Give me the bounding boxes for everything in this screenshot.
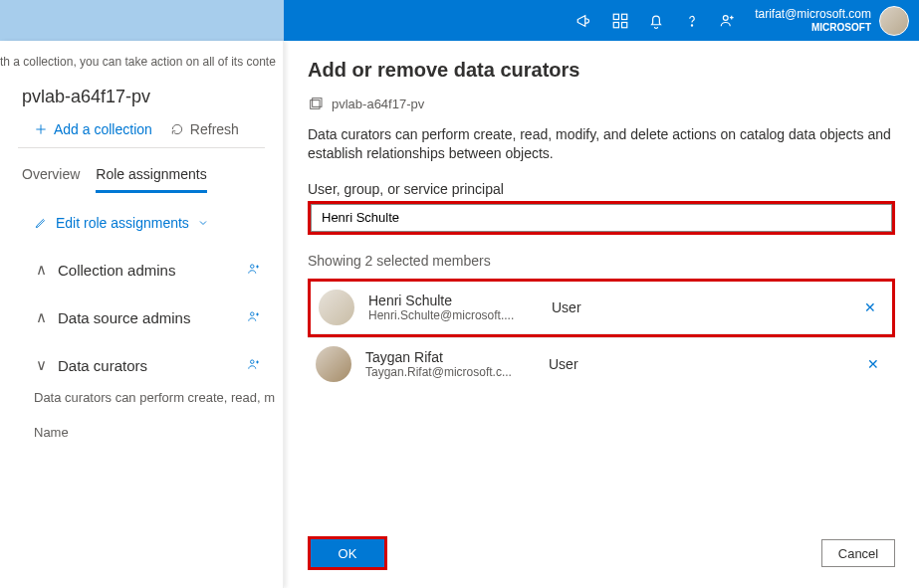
tab-role-assignments[interactable]: Role assignments bbox=[96, 166, 206, 193]
chevron-down-icon: ∨ bbox=[34, 356, 48, 374]
principal-search-highlight bbox=[308, 201, 895, 235]
member-avatar bbox=[316, 346, 351, 382]
data-curators-desc: Data curators can perform create, read, … bbox=[0, 384, 283, 405]
svg-point-7 bbox=[251, 311, 255, 315]
context-hint: th a collection, you can take action on … bbox=[0, 41, 283, 83]
user-avatar[interactable] bbox=[879, 6, 909, 36]
edit-role-assignments[interactable]: Edit role assignments bbox=[0, 193, 283, 241]
add-person-icon[interactable] bbox=[247, 262, 261, 279]
help-icon[interactable] bbox=[683, 12, 701, 30]
section-label: Data curators bbox=[58, 357, 237, 374]
member-name: Henri Schulte bbox=[368, 293, 538, 308]
bell-icon[interactable] bbox=[647, 12, 665, 30]
panel-description: Data curators can perform create, read, … bbox=[308, 125, 895, 163]
add-collection-label: Add a collection bbox=[54, 121, 152, 137]
add-person-icon[interactable] bbox=[247, 309, 261, 326]
topbar-breadcrumb-area bbox=[0, 0, 284, 41]
member-summary: Showing 2 selected members bbox=[308, 253, 895, 269]
user-block[interactable]: tarifat@microsoft.com MICROSOFT bbox=[755, 8, 871, 32]
svg-point-6 bbox=[251, 264, 255, 268]
svg-rect-3 bbox=[622, 22, 627, 27]
chevron-up-icon: ∧ bbox=[34, 261, 48, 279]
ok-button[interactable]: OK bbox=[311, 539, 384, 567]
svg-rect-2 bbox=[613, 22, 618, 27]
member-highlight: Henri Schulte Henri.Schulte@microsoft...… bbox=[308, 279, 895, 337]
member-avatar bbox=[319, 290, 354, 325]
member-email: Taygan.Rifat@microsoft.c... bbox=[365, 365, 535, 379]
plus-icon bbox=[34, 122, 48, 136]
member-row: Taygan Rifat Taygan.Rifat@microsoft.c...… bbox=[308, 337, 895, 390]
panel-title: Add or remove data curators bbox=[308, 59, 895, 82]
remove-member-button[interactable]: ✕ bbox=[861, 352, 885, 376]
section-label: Collection admins bbox=[58, 262, 237, 279]
topbar-right: tarifat@microsoft.com MICROSOFT bbox=[575, 0, 919, 41]
refresh-label: Refresh bbox=[190, 121, 239, 137]
panel-context-name: pvlab-a64f17-pv bbox=[332, 97, 424, 111]
svg-rect-10 bbox=[313, 98, 322, 107]
member-row: Henri Schulte Henri.Schulte@microsoft...… bbox=[311, 282, 892, 334]
megaphone-icon[interactable] bbox=[575, 12, 593, 30]
user-org: MICROSOFT bbox=[811, 22, 871, 33]
refresh-icon bbox=[170, 122, 184, 136]
tab-overview[interactable]: Overview bbox=[22, 166, 80, 193]
svg-rect-1 bbox=[622, 14, 627, 19]
refresh-button[interactable]: Refresh bbox=[170, 121, 239, 137]
chevron-up-icon: ∧ bbox=[34, 308, 48, 326]
member-email: Henri.Schulte@microsoft.... bbox=[368, 308, 538, 322]
principal-field-label: User, group, or service principal bbox=[308, 181, 895, 197]
svg-rect-9 bbox=[311, 100, 320, 109]
member-main: Henri Schulte Henri.Schulte@microsoft...… bbox=[368, 293, 538, 322]
pencil-icon bbox=[34, 216, 48, 230]
top-icons bbox=[575, 12, 755, 30]
ok-highlight: OK bbox=[308, 536, 387, 570]
cancel-button[interactable]: Cancel bbox=[821, 539, 895, 567]
collection-toolbar: Add a collection Refresh bbox=[0, 117, 283, 147]
edit-role-assignments-label: Edit role assignments bbox=[56, 215, 189, 231]
name-column-header: Name bbox=[0, 405, 283, 440]
role-panel: Add or remove data curators pvlab-a64f17… bbox=[284, 41, 919, 588]
svg-point-8 bbox=[251, 359, 255, 363]
collection-name: pvlab-a64f17-pv bbox=[0, 83, 283, 117]
member-type: User bbox=[549, 356, 847, 372]
member-main: Taygan Rifat Taygan.Rifat@microsoft.c... bbox=[365, 349, 535, 379]
top-bar: tarifat@microsoft.com MICROSOFT bbox=[0, 0, 919, 41]
svg-point-4 bbox=[692, 24, 693, 25]
remove-member-button[interactable]: ✕ bbox=[858, 295, 882, 319]
section-data-curators[interactable]: ∨ Data curators bbox=[0, 336, 283, 384]
add-person-icon[interactable] bbox=[247, 357, 261, 374]
member-type: User bbox=[552, 299, 844, 315]
feedback-icon[interactable] bbox=[719, 12, 737, 30]
section-data-source-admins[interactable]: ∧ Data source admins bbox=[0, 289, 283, 336]
tabs: Overview Role assignments bbox=[0, 148, 283, 193]
panel-footer: OK Cancel bbox=[308, 536, 895, 570]
principal-search-input[interactable] bbox=[311, 204, 892, 232]
svg-rect-0 bbox=[613, 14, 618, 19]
add-collection-button[interactable]: Add a collection bbox=[34, 121, 152, 137]
chevron-down-icon bbox=[197, 217, 209, 229]
user-email: tarifat@microsoft.com bbox=[755, 8, 871, 21]
svg-point-5 bbox=[723, 15, 728, 20]
collection-icon bbox=[308, 96, 324, 111]
panel-context: pvlab-a64f17-pv bbox=[308, 96, 895, 111]
section-label: Data source admins bbox=[58, 309, 237, 326]
apps-icon[interactable] bbox=[611, 12, 629, 30]
left-pane: th a collection, you can take action on … bbox=[0, 41, 284, 588]
member-name: Taygan Rifat bbox=[365, 349, 535, 365]
section-collection-admins[interactable]: ∧ Collection admins bbox=[0, 241, 283, 289]
